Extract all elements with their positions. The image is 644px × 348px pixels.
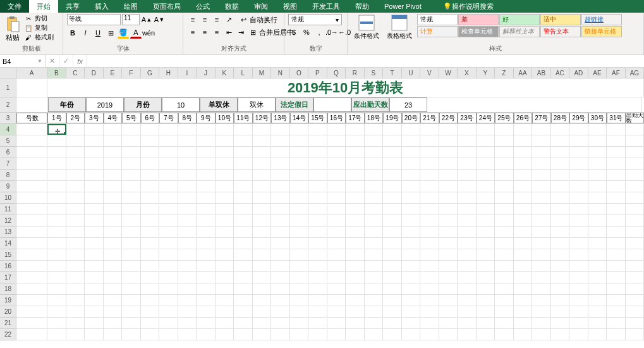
cell[interactable] <box>66 135 85 146</box>
font-size-select[interactable]: 11 <box>122 14 140 25</box>
cell[interactable] <box>383 124 402 135</box>
cell[interactable] <box>271 318 290 328</box>
cell[interactable] <box>66 306 85 317</box>
cell[interactable] <box>122 329 141 340</box>
cell[interactable] <box>308 192 327 203</box>
cell[interactable] <box>458 147 477 158</box>
cell[interactable] <box>439 204 458 214</box>
cell[interactable]: 1号 <box>47 113 66 123</box>
cell[interactable] <box>365 261 384 271</box>
cell[interactable] <box>216 295 234 306</box>
cell[interactable]: 7号 <box>159 113 178 123</box>
cell[interactable] <box>439 261 458 271</box>
cell[interactable] <box>159 181 178 192</box>
cancel-formula-button[interactable]: ✕ <box>46 55 59 67</box>
cell[interactable] <box>271 170 290 180</box>
cell[interactable] <box>346 318 365 328</box>
cell[interactable] <box>85 283 104 294</box>
cell[interactable] <box>308 249 327 260</box>
cell[interactable] <box>178 147 197 158</box>
percent-button[interactable]: % <box>301 27 312 38</box>
cell[interactable] <box>253 215 272 226</box>
cell[interactable] <box>234 135 253 146</box>
cell[interactable] <box>313 97 351 112</box>
cell[interactable] <box>477 192 495 203</box>
cell[interactable] <box>514 215 533 226</box>
tab-insert[interactable]: 插入 <box>87 0 116 13</box>
cell[interactable] <box>402 181 421 192</box>
cell[interactable] <box>253 306 272 317</box>
cell[interactable] <box>626 249 644 260</box>
cell[interactable] <box>402 227 421 237</box>
cell[interactable] <box>85 295 104 306</box>
cell[interactable] <box>16 227 47 237</box>
cell[interactable] <box>402 318 421 328</box>
cell[interactable] <box>16 329 47 340</box>
cell[interactable] <box>327 181 346 192</box>
cell[interactable] <box>253 249 272 260</box>
cell[interactable]: 法定假日 <box>276 97 313 112</box>
cell[interactable] <box>346 215 365 226</box>
cell[interactable] <box>439 329 458 340</box>
cell[interactable] <box>626 306 644 317</box>
cell[interactable] <box>16 135 47 146</box>
col-header-AF[interactable]: AF <box>607 68 626 78</box>
cell[interactable] <box>197 261 216 271</box>
cell[interactable] <box>420 295 439 306</box>
cell[interactable] <box>439 318 458 328</box>
cell[interactable] <box>514 329 533 340</box>
cell[interactable] <box>439 306 458 317</box>
cell[interactable] <box>346 135 365 146</box>
cell[interactable] <box>104 261 123 271</box>
cell[interactable] <box>290 283 309 294</box>
cell[interactable] <box>290 124 309 135</box>
cell[interactable] <box>402 135 421 146</box>
style-hyperlink[interactable]: 超链接 <box>581 14 622 25</box>
cell[interactable] <box>514 227 533 237</box>
cell[interactable] <box>47 306 66 317</box>
cell[interactable] <box>532 124 551 135</box>
cell[interactable] <box>588 272 607 283</box>
cell[interactable]: 单双休 <box>200 97 238 112</box>
cell[interactable] <box>271 158 290 169</box>
cell[interactable] <box>16 170 47 180</box>
cell[interactable] <box>346 192 365 203</box>
cell[interactable] <box>551 306 570 317</box>
cell[interactable] <box>514 283 533 294</box>
cell[interactable] <box>514 192 533 203</box>
cell[interactable] <box>514 147 533 158</box>
cell[interactable] <box>569 329 588 340</box>
cell[interactable] <box>383 227 402 237</box>
cell[interactable]: 25号 <box>495 113 514 123</box>
cell[interactable] <box>104 181 123 192</box>
row-header-9[interactable]: 9 <box>0 181 16 192</box>
increase-indent-button[interactable]: ⇥ <box>235 27 246 38</box>
cell[interactable] <box>47 192 66 203</box>
cell[interactable] <box>290 261 309 271</box>
cell[interactable] <box>477 170 495 180</box>
cell[interactable] <box>365 147 384 158</box>
cell[interactable] <box>253 238 272 249</box>
cell[interactable] <box>327 329 346 340</box>
cell[interactable] <box>420 215 439 226</box>
cell[interactable] <box>420 283 439 294</box>
cell[interactable] <box>216 192 234 203</box>
cell[interactable] <box>308 227 327 237</box>
cell[interactable] <box>383 272 402 283</box>
cell[interactable] <box>234 215 253 226</box>
cell[interactable] <box>271 135 290 146</box>
cell[interactable]: 17号 <box>346 113 365 123</box>
cell[interactable] <box>253 135 272 146</box>
cell[interactable] <box>439 249 458 260</box>
cell[interactable] <box>47 135 66 146</box>
cell[interactable] <box>290 329 309 340</box>
cell[interactable] <box>234 283 253 294</box>
cell[interactable] <box>271 192 290 203</box>
cell[interactable] <box>66 227 85 237</box>
cell[interactable] <box>346 147 365 158</box>
cell[interactable] <box>104 318 123 328</box>
cell[interactable] <box>253 227 272 237</box>
cell[interactable] <box>514 124 533 135</box>
col-header-AE[interactable]: AE <box>588 68 607 78</box>
cell[interactable] <box>47 318 66 328</box>
